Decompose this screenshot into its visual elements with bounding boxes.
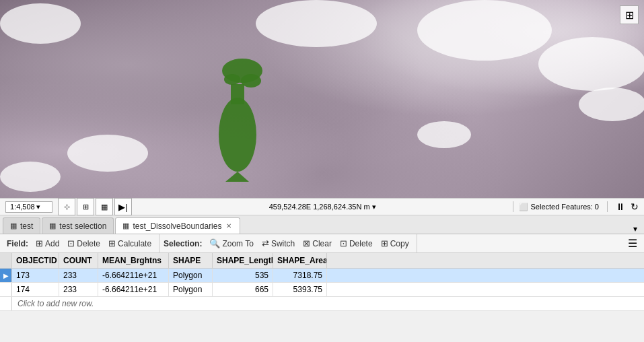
copy-button[interactable]: ⊞ Copy	[378, 237, 413, 250]
switch-button[interactable]: ⇄ Switch	[258, 237, 298, 250]
scale-value: 1:4,508	[10, 203, 35, 211]
tab-close-button[interactable]: ✕	[225, 222, 233, 230]
svg-point-2	[224, 74, 240, 85]
cell-count-2: 233	[59, 283, 98, 296]
clear-icon: ⊠	[303, 238, 310, 248]
toolbar-menu-button[interactable]: ☰	[624, 237, 641, 250]
table-row[interactable]: ▶ 173 233 -6.664211e+21 Polygon 535 7318…	[0, 269, 644, 283]
calculate-button[interactable]: ⊞ Calculate	[105, 237, 155, 250]
tab-test-label: test	[20, 221, 33, 231]
tab-test[interactable]: ▦ test	[3, 217, 40, 234]
delete-sel-icon: ⊡	[340, 238, 347, 248]
layout-icon: ⊞	[625, 9, 634, 22]
separator	[513, 201, 513, 212]
cell-shapearea-2: 5393.75	[273, 283, 327, 296]
cell-shapelen-2: 665	[213, 283, 273, 296]
zoom-in-button[interactable]: ⊞	[77, 198, 94, 215]
selection-label: Selection:	[164, 239, 202, 248]
delete-field-icon: ⊡	[67, 238, 75, 248]
clear-button[interactable]: ⊠ Clear	[299, 237, 335, 250]
selected-features-label: ⬜ Selected Features: 0	[519, 203, 599, 211]
refresh-button[interactable]: ↻	[631, 201, 639, 212]
pan-button[interactable]: ⊹	[58, 198, 75, 215]
cell-shapearea-1: 7318.75	[273, 269, 327, 282]
coords-unit-dropdown[interactable]: ▾	[372, 203, 376, 211]
nav-toolbar: ⊹ ⊞ ▦ ▶|	[58, 198, 132, 215]
scale-dropdown-icon[interactable]: ▾	[36, 203, 40, 211]
field-section: Field: ⊞ Add ⊡ Delete ⊞ Calculate	[3, 234, 159, 252]
col-header-shape[interactable]: SHAPE	[169, 253, 213, 268]
add-row-hint[interactable]: Click to add new row.	[12, 297, 99, 310]
col-header-shapearea[interactable]: SHAPE_Area	[273, 253, 327, 268]
select-button[interactable]: ▦	[96, 198, 113, 215]
attribute-table: OBJECTID COUNT MEAN_Brghtns SHAPE SHAPE_…	[0, 253, 644, 311]
add-field-button[interactable]: ⊞ Add	[32, 237, 63, 250]
svg-marker-5	[225, 172, 249, 182]
col-header-objectid[interactable]: OBJECTID	[12, 253, 59, 268]
col-header-count[interactable]: COUNT	[59, 253, 98, 268]
tab-test-selection-label: test selection	[59, 221, 106, 231]
coordinates-display: 459,524.28E 1,268,624.35N m ▾	[137, 203, 507, 211]
selected-feature	[205, 47, 273, 189]
table-header: OBJECTID COUNT MEAN_Brghtns SHAPE SHAPE_…	[0, 253, 644, 269]
field-label: Field:	[7, 239, 28, 248]
scale-selector[interactable]: 1:4,508 ▾	[5, 201, 52, 213]
separator2	[607, 201, 608, 212]
tab-bar: ▦ test ▦ test selection ▦ test_DissolveB…	[0, 215, 644, 234]
row-indicator-2	[0, 283, 12, 296]
tab-test-dissolve-label: test_DissolveBoundaries	[133, 221, 221, 231]
table-row[interactable]: 174 233 -6.664211e+21 Polygon 665 5393.7…	[0, 283, 644, 297]
tab-test-selection[interactable]: ▦ test selection	[42, 217, 114, 234]
add-row-hint-row[interactable]: Click to add new row.	[0, 297, 644, 311]
pause-button[interactable]: ⏸	[616, 201, 625, 212]
tab-test-dissolve[interactable]: ▦ test_DissolveBoundaries ✕	[115, 217, 240, 234]
selection-section: Selection: 🔍 Zoom To ⇄ Switch ⊠ Clear ⊡ …	[159, 234, 417, 252]
table-icon-1: ▦	[10, 221, 17, 230]
calculate-icon: ⊞	[108, 238, 116, 248]
cell-mean-1: -6.664211e+21	[98, 269, 169, 282]
map-layout-button[interactable]: ⊞	[620, 5, 639, 24]
cell-shapelen-1: 535	[213, 269, 273, 282]
attribute-toolbar: Field: ⊞ Add ⊡ Delete ⊞ Calculate Select…	[0, 234, 644, 253]
select-icon: ⬜	[519, 203, 528, 211]
status-bar: 1:4,508 ▾ ⊹ ⊞ ▦ ▶| 459,524.28E 1,268,624…	[0, 198, 644, 215]
map-view[interactable]: ⊞ 1:4,508 ▾ ⊹ ⊞ ▦ ▶| 459,524.28E 1,268,6…	[0, 0, 644, 215]
table-icon-3: ▦	[122, 221, 129, 230]
zoom-icon: 🔍	[209, 238, 220, 248]
cell-objectid-1: 173	[12, 269, 59, 282]
tab-overflow-dropdown[interactable]: ▾	[629, 224, 641, 234]
table-icon-2: ▦	[49, 221, 56, 230]
zoom-to-button[interactable]: 🔍 Zoom To	[206, 237, 256, 250]
switch-icon: ⇄	[262, 238, 269, 248]
next-button[interactable]: ▶|	[114, 198, 132, 215]
cell-shape-1: Polygon	[169, 269, 213, 282]
table-body: ▶ 173 233 -6.664211e+21 Polygon 535 7318…	[0, 269, 644, 311]
copy-icon: ⊞	[381, 238, 388, 248]
delete-field-button[interactable]: ⊡ Delete	[64, 237, 104, 250]
svg-point-4	[219, 98, 256, 172]
delete-selection-button[interactable]: ⊡ Delete	[336, 237, 376, 250]
cell-mean-2: -6.664211e+21	[98, 283, 169, 296]
col-header-mean[interactable]: MEAN_Brghtns	[98, 253, 169, 268]
row-indicator-1: ▶	[0, 269, 12, 282]
cell-shape-2: Polygon	[169, 283, 213, 296]
row-selector-header	[0, 253, 12, 268]
col-header-shapelen[interactable]: SHAPE_Length	[213, 253, 273, 268]
add-field-icon: ⊞	[36, 238, 43, 248]
cell-objectid-2: 174	[12, 283, 59, 296]
cell-count-1: 233	[59, 269, 98, 282]
